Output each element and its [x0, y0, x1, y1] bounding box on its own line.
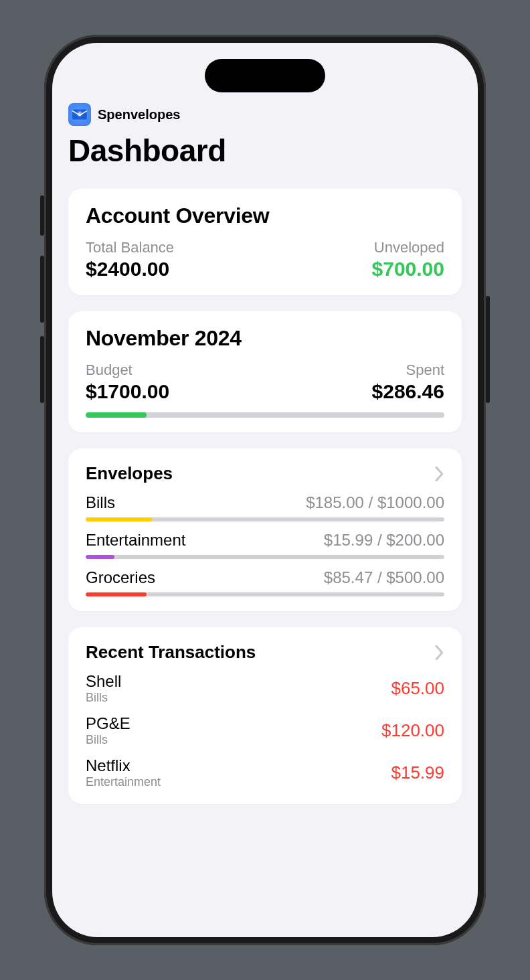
transaction-category: Bills — [86, 691, 121, 705]
transaction-row[interactable]: NetflixEntertainment$15.99 — [86, 756, 444, 789]
envelope-progress-fill — [86, 555, 114, 559]
transaction-category: Bills — [86, 733, 130, 747]
transaction-info: PG&EBills — [86, 714, 130, 747]
unveloped-value: $700.00 — [372, 258, 444, 280]
side-button — [486, 296, 490, 403]
budget-stat: Budget $1700.00 — [86, 361, 169, 403]
side-button — [40, 336, 44, 403]
envelope-progress-fill — [86, 517, 152, 521]
envelope-progress-bar — [86, 592, 444, 596]
spent-label: Spent — [372, 361, 444, 379]
envelope-dollar-icon: $ — [71, 106, 88, 123]
envelope-row[interactable]: Bills$185.00 / $1000.00 — [86, 493, 444, 521]
spent-value: $286.46 — [372, 380, 444, 403]
phone-screen: $ Spenvelopes Dashboard Account Overview… — [52, 43, 478, 937]
app-content: $ Spenvelopes Dashboard Account Overview… — [52, 43, 478, 937]
transactions-title: Recent Transactions — [86, 642, 256, 663]
account-overview-title: Account Overview — [86, 203, 444, 228]
envelope-amount: $185.00 / $1000.00 — [306, 493, 444, 512]
month-title: November 2024 — [86, 326, 444, 351]
transaction-category: Entertainment — [86, 775, 161, 789]
total-balance-value: $2400.00 — [86, 258, 174, 280]
transaction-amount: $120.00 — [381, 720, 444, 741]
transaction-info: ShellBills — [86, 672, 121, 705]
transaction-amount: $15.99 — [391, 762, 444, 783]
month-card[interactable]: November 2024 Budget $1700.00 Spent $286… — [68, 311, 462, 432]
envelope-row[interactable]: Groceries$85.47 / $500.00 — [86, 568, 444, 596]
page-title: Dashboard — [68, 133, 462, 169]
app-icon: $ — [68, 103, 91, 126]
overview-stats-row: Total Balance $2400.00 Unveloped $700.00 — [86, 239, 444, 280]
transactions-card[interactable]: Recent Transactions ShellBills$65.00PG&E… — [68, 627, 462, 804]
envelope-name: Entertainment — [86, 531, 185, 550]
chevron-right-icon[interactable] — [435, 467, 444, 481]
transaction-name: Shell — [86, 672, 121, 691]
budget-value: $1700.00 — [86, 380, 169, 403]
spent-stat: Spent $286.46 — [372, 361, 444, 403]
envelope-name: Groceries — [86, 568, 155, 587]
transactions-header: Recent Transactions — [86, 642, 444, 663]
transaction-amount: $65.00 — [391, 678, 444, 699]
month-progress-bar — [86, 412, 444, 418]
side-button — [40, 256, 44, 323]
phone-frame: $ Spenvelopes Dashboard Account Overview… — [44, 35, 486, 945]
envelope-header: Bills$185.00 / $1000.00 — [86, 493, 444, 512]
app-name: Spenvelopes — [98, 107, 180, 122]
envelopes-card[interactable]: Envelopes Bills$185.00 / $1000.00Enterta… — [68, 448, 462, 611]
envelopes-header: Envelopes — [86, 463, 444, 484]
envelope-header: Entertainment$15.99 / $200.00 — [86, 531, 444, 550]
transaction-row[interactable]: PG&EBills$120.00 — [86, 714, 444, 747]
envelope-progress-fill — [86, 592, 147, 596]
envelope-progress-bar — [86, 517, 444, 521]
envelopes-title: Envelopes — [86, 463, 173, 484]
app-header: $ Spenvelopes — [68, 103, 462, 126]
month-progress-fill — [86, 412, 147, 418]
account-overview-card[interactable]: Account Overview Total Balance $2400.00 … — [68, 189, 462, 295]
total-balance-stat: Total Balance $2400.00 — [86, 239, 174, 280]
envelope-amount: $85.47 / $500.00 — [324, 568, 444, 587]
month-stats-row: Budget $1700.00 Spent $286.46 — [86, 361, 444, 403]
budget-label: Budget — [86, 361, 169, 379]
transaction-name: Netflix — [86, 756, 161, 775]
unveloped-label: Unveloped — [372, 239, 444, 256]
transaction-info: NetflixEntertainment — [86, 756, 161, 789]
transactions-list: ShellBills$65.00PG&EBills$120.00NetflixE… — [86, 672, 444, 789]
chevron-right-icon[interactable] — [435, 645, 444, 660]
transaction-row[interactable]: ShellBills$65.00 — [86, 672, 444, 705]
envelope-row[interactable]: Entertainment$15.99 / $200.00 — [86, 531, 444, 559]
envelope-header: Groceries$85.47 / $500.00 — [86, 568, 444, 587]
unveloped-stat: Unveloped $700.00 — [372, 239, 444, 280]
dynamic-island — [205, 59, 325, 92]
envelope-progress-bar — [86, 555, 444, 559]
transaction-name: PG&E — [86, 714, 130, 733]
envelopes-list: Bills$185.00 / $1000.00Entertainment$15.… — [86, 493, 444, 596]
total-balance-label: Total Balance — [86, 239, 174, 256]
side-button — [40, 195, 44, 236]
envelope-amount: $15.99 / $200.00 — [324, 531, 444, 550]
envelope-name: Bills — [86, 493, 115, 512]
